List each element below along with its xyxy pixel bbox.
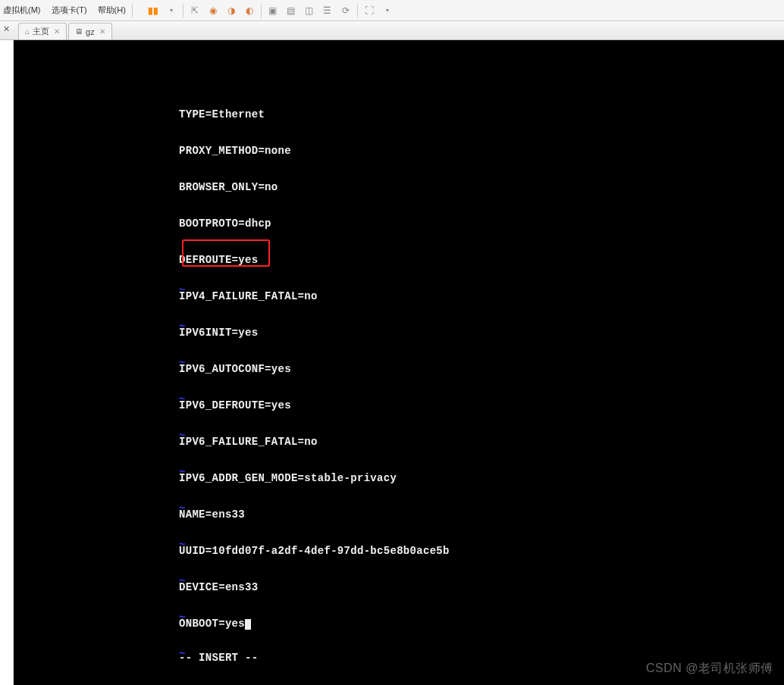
- config-line: IPV6_DEFROUTE=yes: [179, 399, 784, 411]
- vm-icon: 🖥: [75, 27, 83, 36]
- dropdown2-icon[interactable]: ▾: [381, 4, 394, 17]
- watermark: CSDN @老司机张师傅: [646, 662, 773, 674]
- menu-tabs[interactable]: 选项卡(T): [52, 5, 87, 16]
- close-panel-icon[interactable]: ✕: [3, 24, 10, 34]
- menu-vm[interactable]: 虚拟机(M): [3, 5, 41, 16]
- config-line: DEFROUTE=yes: [179, 254, 784, 266]
- config-line: BOOTPROTO=dhcp: [179, 217, 784, 230]
- tilde-marker: ~: [179, 357, 217, 369]
- config-line: IPV6_ADDR_GEN_MODE=stable-privacy: [179, 472, 784, 484]
- config-line: IPV4_FAILURE_FATAL=no: [179, 290, 784, 302]
- config-line: BROWSER_ONLY=no: [179, 181, 784, 193]
- config-line: IPV6INIT=yes: [179, 327, 784, 339]
- snapshot-icon[interactable]: ◉: [206, 4, 220, 17]
- thumbnail-icon[interactable]: ☰: [321, 4, 334, 17]
- tilde-marker: ~: [179, 466, 217, 478]
- toolbar-actions: ▮▮ ▾ ⇱ ◉ ◑ ◐ ▣ ▤ ◫ ☰ ⟳ ⛶ ▾: [146, 4, 394, 17]
- fullscreen-icon[interactable]: ▣: [266, 4, 280, 17]
- tilde-marker: ~: [179, 430, 217, 442]
- empty-lines: ~ ~ ~ ~ ~ ~ ~ ~ ~ ~ ~ ~ ~ ~ ~ ~ ~ ~ ~ ~ …: [179, 260, 217, 685]
- menu-bar: 虚拟机(M) 选项卡(T) 帮助(H): [3, 5, 126, 16]
- revert-icon[interactable]: ◑: [224, 4, 238, 17]
- separator: [132, 4, 133, 17]
- config-line-highlighted: ONBOOT=yes: [179, 618, 784, 630]
- home-icon: ⌂: [25, 27, 30, 36]
- main-toolbar: 虚拟机(M) 选项卡(T) 帮助(H) ▮▮ ▾ ⇱ ◉ ◑ ◐ ▣ ▤ ◫ ☰…: [0, 0, 784, 21]
- tab-label: gz: [86, 27, 95, 36]
- vim-status: -- INSERT --: [179, 652, 258, 664]
- tilde-marker: ~: [179, 284, 217, 296]
- tab-home[interactable]: ⌂ 主页 ✕: [18, 23, 67, 39]
- config-line: TYPE=Ethernet: [179, 108, 784, 120]
- cycle-icon[interactable]: ⟳: [339, 4, 353, 17]
- left-sidebar: [0, 40, 14, 685]
- cursor: [245, 619, 251, 630]
- tilde-marker: ~: [179, 575, 217, 587]
- tilde-marker: ~: [179, 611, 217, 624]
- close-icon[interactable]: ✕: [99, 27, 105, 36]
- terminal-view[interactable]: TYPE=Ethernet PROXY_METHOD=none BROWSER_…: [14, 40, 784, 685]
- tilde-marker: ~: [179, 539, 217, 551]
- tilde-marker: ~: [179, 502, 217, 515]
- dropdown-icon[interactable]: ▾: [165, 4, 178, 17]
- config-line: PROXY_METHOD=none: [179, 145, 784, 157]
- tab-gz[interactable]: 🖥 gz ✕: [68, 23, 112, 39]
- separator: [357, 4, 358, 17]
- console-icon[interactable]: ◫: [303, 4, 316, 17]
- tab-label: 主页: [33, 26, 49, 37]
- config-line: IPV6_FAILURE_FATAL=no: [179, 436, 784, 448]
- config-line: NAME=ens33: [179, 508, 784, 521]
- unity-icon[interactable]: ▤: [284, 4, 298, 17]
- send-icon[interactable]: ⇱: [188, 4, 202, 17]
- menu-help[interactable]: 帮助(H): [98, 5, 126, 16]
- manage-icon[interactable]: ◐: [243, 4, 256, 17]
- content-area: TYPE=Ethernet PROXY_METHOD=none BROWSER_…: [0, 40, 784, 685]
- separator: [261, 4, 262, 17]
- tilde-marker: ~: [179, 393, 217, 405]
- tilde-marker: ~: [179, 321, 217, 333]
- separator: [183, 4, 183, 17]
- pause-icon[interactable]: ▮▮: [146, 4, 160, 17]
- config-line: UUID=10fdd07f-a2df-4def-97dd-bc5e8b0ace5…: [179, 545, 784, 557]
- tabs-bar: ✕ ⌂ 主页 ✕ 🖥 gz ✕: [0, 21, 784, 40]
- config-line: IPV6_AUTOCONF=yes: [179, 363, 784, 375]
- config-line: DEVICE=ens33: [179, 581, 784, 593]
- expand-icon[interactable]: ⛶: [362, 4, 376, 17]
- close-icon[interactable]: ✕: [54, 27, 60, 36]
